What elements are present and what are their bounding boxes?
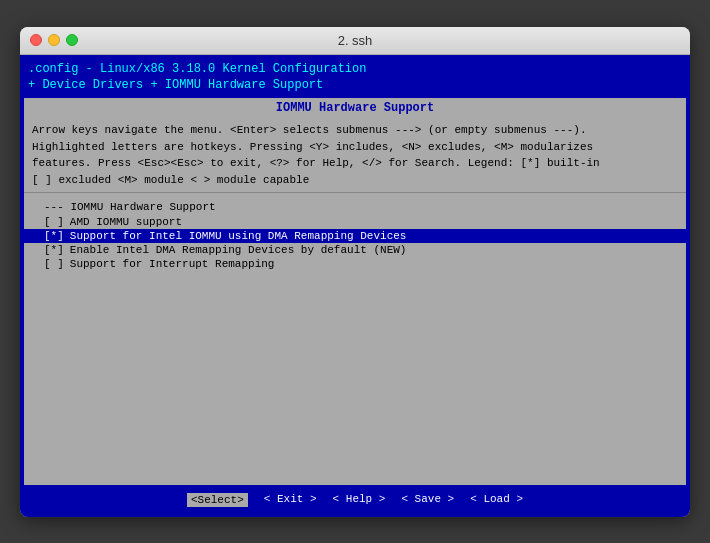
menu-item-dma-text: Enable Intel DMA Remapping Devices by de… [70,244,407,256]
menu-item-interrupt-text: Support for Interrupt Remapping [70,258,275,270]
load-button[interactable]: < Load > [470,493,523,507]
help-line-4: [ ] excluded <M> module < > module capab… [32,172,678,189]
menu-item-amd-text: AMD IOMMU support [70,216,182,228]
terminal-header: .config - Linux/x86 3.18.0 Kernel Config… [24,59,686,97]
close-button[interactable] [30,34,42,46]
menu-item-dma-bracket: [*] [44,244,64,256]
menu-item-interrupt-bracket: [ ] [44,258,64,270]
window-title: 2. ssh [338,33,373,48]
bottom-bar: <Select> < Exit > < Help > < Save > < Lo… [24,487,686,513]
terminal: .config - Linux/x86 3.18.0 Kernel Config… [20,55,690,517]
menu-area: --- IOMMU Hardware Support [ ] AMD IOMMU… [24,193,686,484]
menu-separator: --- IOMMU Hardware Support [24,199,686,215]
menu-item-intel-bracket: [*] [44,230,64,242]
minimize-button[interactable] [48,34,60,46]
exit-button[interactable]: < Exit > [264,493,317,507]
help-button[interactable]: < Help > [333,493,386,507]
content-area: IOMMU Hardware Support Arrow keys naviga… [24,98,686,484]
maximize-button[interactable] [66,34,78,46]
menu-item-dma[interactable]: [*] Enable Intel DMA Remapping Devices b… [24,243,686,257]
menu-item-intel-text: Support for Intel IOMMU using DMA Remapp… [70,230,407,242]
menu-item-amd-bracket: [ ] [44,216,64,228]
menu-item-interrupt[interactable]: [ ] Support for Interrupt Remapping [24,257,686,271]
help-line-1: Arrow keys navigate the menu. <Enter> se… [32,122,678,139]
breadcrumb: + Device Drivers + IOMMU Hardware Suppor… [28,77,682,94]
menu-item-intel[interactable]: [*] Support for Intel IOMMU using DMA Re… [24,229,686,243]
traffic-lights [30,34,78,46]
submenu-title: IOMMU Hardware Support [24,98,686,118]
config-line: .config - Linux/x86 3.18.0 Kernel Config… [28,61,682,78]
main-window: 2. ssh .config - Linux/x86 3.18.0 Kernel… [20,27,690,517]
help-line-3: features. Press <Esc><Esc> to exit, <?> … [32,155,678,172]
title-bar: 2. ssh [20,27,690,55]
help-text: Arrow keys navigate the menu. <Enter> se… [24,118,686,193]
help-line-2: Highlighted letters are hotkeys. Pressin… [32,139,678,156]
select-button[interactable]: <Select> [187,493,248,507]
menu-item-amd[interactable]: [ ] AMD IOMMU support [24,215,686,229]
save-button[interactable]: < Save > [401,493,454,507]
